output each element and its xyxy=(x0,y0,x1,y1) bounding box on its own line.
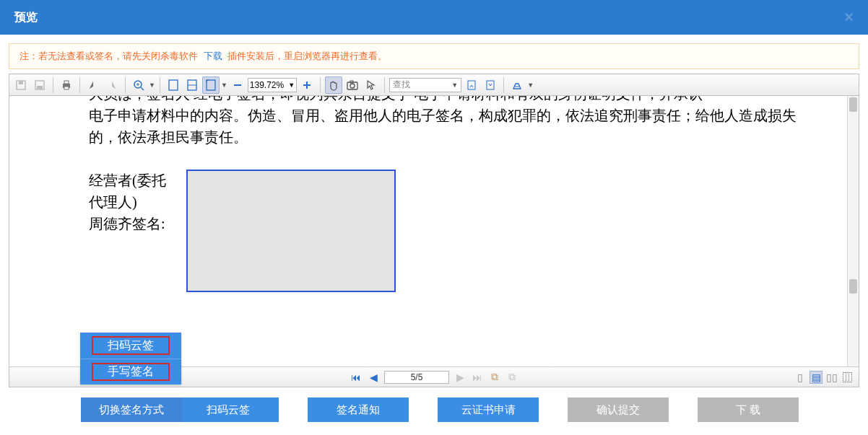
rotate-right-icon[interactable] xyxy=(103,76,121,94)
signature-label: 经营者(委托 代理人) 周德齐签名: xyxy=(89,170,179,234)
two-continuous-icon[interactable]: ⿲ xyxy=(841,371,854,384)
svg-rect-24 xyxy=(487,81,494,89)
fit-page-icon[interactable] xyxy=(165,76,182,94)
notice-text-post: 插件安装后，重启浏览器再进行查看。 xyxy=(227,50,387,61)
two-page-icon[interactable]: ▯▯ xyxy=(825,371,838,384)
last-page-icon[interactable]: ⏭ xyxy=(471,371,484,384)
zoom-in-icon[interactable] xyxy=(130,76,147,94)
single-page-icon[interactable]: ▯ xyxy=(794,371,807,384)
fit-visible-icon[interactable] xyxy=(202,76,220,94)
doc-paragraph: 电子申请材料中的内容。伪造、冒用、盗用他人的电子签名，构成犯罪的，依法追究刑事责… xyxy=(89,105,804,148)
page-mode1-icon[interactable]: ⧉ xyxy=(488,371,501,384)
dropdown-handwrite-sign[interactable]: 手写签名 xyxy=(80,359,181,385)
cloud-cert-apply-button[interactable]: 云证书申请 xyxy=(438,397,539,422)
next-page-icon[interactable]: ▶ xyxy=(453,371,466,384)
print-icon[interactable] xyxy=(58,76,75,94)
sign-method-dropdown: 扫码云签 手写签名 xyxy=(80,333,181,385)
save-icon[interactable] xyxy=(12,76,30,94)
scan-sign-button[interactable]: 扫码云签 xyxy=(178,397,279,422)
fit-width-icon[interactable] xyxy=(183,76,201,94)
preview-dialog: 预览 × 注：若无法查看或签名，请先关闭杀毒软件 下载 插件安装后，重启浏览器再… xyxy=(0,0,868,435)
continuous-page-icon[interactable]: ▤ xyxy=(810,371,823,384)
svg-rect-3 xyxy=(37,86,43,89)
page-mode2-icon[interactable]: ⧉ xyxy=(505,371,518,384)
notice-text-pre: 注：若无法查看或签名，请先关闭杀毒软件 xyxy=(19,50,201,61)
svg-rect-16 xyxy=(207,80,215,90)
zoom-out-small-icon[interactable] xyxy=(229,76,246,94)
dialog-body: 注：若无法查看或签名，请先关闭杀毒软件 下载 插件安装后，重启浏览器再进行查看。… xyxy=(0,35,868,435)
dropdown-scan-sign[interactable]: 扫码云签 xyxy=(80,333,181,359)
dialog-header: 预览 × xyxy=(0,0,868,35)
confirm-submit-button: 确认提交 xyxy=(568,397,669,422)
save-as-icon[interactable] xyxy=(31,76,48,94)
document-canvas[interactable]: 大员は；签名人 经电子签名，即视为具亲目提文丁 电丁甲请材料和有双的身仞证明文件… xyxy=(9,96,859,366)
svg-rect-1 xyxy=(19,81,23,84)
search-prev-icon[interactable] xyxy=(463,76,480,94)
close-icon[interactable]: × xyxy=(844,8,854,27)
search-next-icon[interactable] xyxy=(482,76,499,94)
doc-paragraph-cut: 大员は；签名人 经电子签名，即视为具亲目提文丁 电丁甲请材料和有双的身仞证明文件… xyxy=(89,96,804,105)
switch-sign-method-button[interactable]: 切换签名方式 xyxy=(81,397,182,422)
footer-buttons: 切换签名方式 扫码云签 签名通知 云证书申请 确认提交 下 载 xyxy=(9,387,859,435)
footer: 扫码云签 手写签名 切换签名方式 扫码云签 签名通知 云证书申请 确认提交 下 … xyxy=(9,387,859,435)
toolbar: ▼ ▼ 139.72% ▼ 查找▼ xyxy=(9,74,859,96)
svg-marker-7 xyxy=(90,81,93,89)
snapshot-icon[interactable] xyxy=(344,76,361,94)
first-page-icon[interactable]: ⏮ xyxy=(350,371,363,384)
vertical-scrollbar[interactable] xyxy=(847,96,859,366)
svg-line-10 xyxy=(141,87,144,90)
signature-box[interactable] xyxy=(186,170,396,292)
dialog-title: 预览 xyxy=(14,10,38,25)
svg-rect-6 xyxy=(64,87,69,89)
svg-point-21 xyxy=(350,84,355,88)
rotate-left-icon[interactable] xyxy=(84,76,102,94)
sign-notify-button[interactable]: 签名通知 xyxy=(308,397,409,422)
select-icon[interactable] xyxy=(363,76,380,94)
download-link[interactable]: 下载 xyxy=(204,50,222,61)
hand-tool-icon[interactable] xyxy=(325,76,342,94)
notice-banner: 注：若无法查看或签名，请先关闭杀毒软件 下载 插件安装后，重启浏览器再进行查看。 xyxy=(9,43,859,69)
svg-rect-5 xyxy=(64,81,69,84)
download-button: 下 载 xyxy=(698,397,799,422)
zoom-value[interactable]: 139.72% ▼ xyxy=(248,78,297,92)
svg-marker-8 xyxy=(112,81,116,89)
search-input[interactable]: 查找▼ xyxy=(389,78,461,92)
document-page: 大员は；签名人 经电子签名，即视为具亲目提文丁 电丁甲请材料和有双的身仞证明文件… xyxy=(9,96,847,366)
highlight-icon[interactable] xyxy=(508,76,526,94)
svg-rect-13 xyxy=(169,80,178,90)
zoom-in-small-icon[interactable] xyxy=(298,76,316,94)
prev-page-icon[interactable]: ◀ xyxy=(367,371,380,384)
page-input[interactable]: 5/5 xyxy=(384,371,449,384)
view-mode-group: ▯ ▤ ▯▯ ⿲ xyxy=(794,371,854,384)
signature-row: 经营者(委托 代理人) 周德齐签名: xyxy=(89,170,804,292)
